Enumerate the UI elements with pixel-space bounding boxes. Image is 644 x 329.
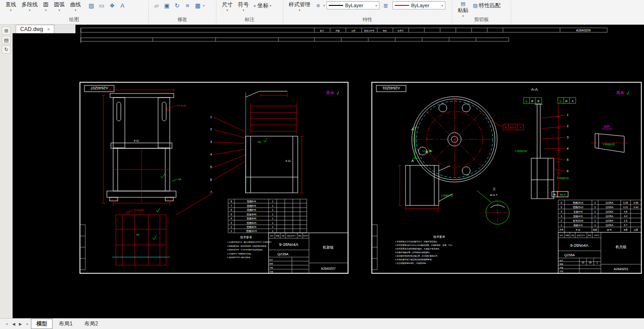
spline-button[interactable]: 曲线▾ (67, 0, 84, 12)
tab-layout1[interactable]: 布局1 (53, 319, 78, 329)
color-select[interactable]: ByLayer ▾ (393, 1, 446, 9)
table-cell: 垫圈8=5 (247, 209, 256, 212)
orbit-icon[interactable]: ↻ (2, 45, 11, 53)
view-label: B向 (604, 124, 610, 129)
hatch-icon[interactable]: ▨ (87, 1, 96, 10)
table-cell: 2 (594, 201, 595, 204)
table-header-cell: 总重 (634, 228, 639, 231)
table-cell: 5 (230, 213, 232, 216)
table-cell: 1 (272, 200, 273, 203)
coordinate-button[interactable]: + 坐标 ▾ (251, 0, 273, 11)
table-cell: 垫圈25x3 (573, 206, 583, 209)
table-cell: 标记 (320, 29, 325, 32)
panel-separator (511, 1, 511, 23)
linetype-select[interactable]: ByLayer ▾ (326, 1, 379, 9)
drawing-canvas[interactable]: 标记 处数 分区 更改文件号 签名 年月日 A2640Z09 A2640Z07 … (13, 25, 644, 318)
drawing-number: 9-26No4A (570, 243, 589, 248)
document-tab-title: CAD.dwg (20, 26, 43, 32)
datum-frame-value: Ø (565, 100, 568, 102)
table-header-cell: 名 称 (576, 229, 581, 231)
table-cell: Q235A (605, 206, 613, 209)
section-label: A-A (531, 87, 538, 92)
sign-row-label: 设计 (269, 258, 273, 261)
first-tab-icon[interactable]: « (4, 322, 10, 326)
sign-row-label: 校核 (559, 263, 563, 265)
table-cell: 5 (560, 206, 562, 209)
callout-number: 5 (210, 165, 212, 169)
close-icon[interactable]: × (47, 27, 50, 32)
tab-layout2[interactable]: 布局2 (79, 319, 104, 329)
callout-number: 3 (210, 140, 212, 143)
table-cell: 垫圈Φ25 (247, 226, 256, 229)
table-cell: 垫圈8=5 (247, 200, 256, 203)
edit-table-icon[interactable]: ▦ (193, 1, 203, 10)
block-icon[interactable]: ❖ (107, 1, 117, 10)
last-tab-icon[interactable]: » (24, 322, 31, 326)
dimension-button[interactable]: 尺寸▾ (219, 0, 235, 12)
lineweight-icon[interactable]: ≣ (381, 1, 391, 10)
table-cell: 2 (230, 226, 232, 228)
title-block-cell: 标记 (269, 235, 273, 237)
grid-icon[interactable]: ⊞ (2, 27, 11, 35)
match-properties-button[interactable]: ▨ 特性匹配 (471, 0, 502, 11)
table-cell: 0.21 (623, 206, 628, 209)
table-cell: 7 (230, 205, 232, 207)
table-cell: 1 (594, 224, 595, 227)
slot-dimension-label: 4-13x40 (176, 104, 186, 107)
tab-model[interactable]: 模型 (31, 319, 53, 329)
table-cell: 5.7 (624, 224, 627, 227)
paste-button[interactable]: ▤ 粘贴 ▾ (455, 0, 471, 18)
table-cell: 1 (272, 226, 273, 228)
chevron-down-icon: ▾ (75, 9, 76, 12)
copy-icon[interactable]: ▣ (162, 1, 172, 10)
next-tab-icon[interactable]: ▶ (17, 322, 24, 326)
chevron-down-icon[interactable]: ▾ (323, 4, 325, 7)
circle-button[interactable]: 圆▾ (40, 0, 51, 12)
datum-frame-letter: A (572, 100, 573, 102)
table-cell: 1 (594, 215, 595, 218)
slot-dimension-label: 4-12x20 (134, 209, 144, 211)
position-frame-symbol: ⊕ (553, 193, 556, 196)
chevron-down-icon[interactable]: ▾ (203, 4, 205, 7)
table-cell: 1 (594, 210, 595, 213)
table-header-cell: 数量 (593, 229, 598, 231)
document-tab[interactable]: CAD.dwg × (16, 25, 54, 33)
line-button[interactable]: 直线▾ (3, 0, 19, 12)
callout-number: 5 (567, 158, 569, 161)
modify-panel-label: 修改 (149, 16, 216, 23)
callout-number: 1 (567, 113, 569, 116)
polyline-button[interactable]: 多段线▾ (19, 0, 40, 12)
sheet-icon[interactable]: ▤ (2, 36, 11, 44)
part-name: 机架组 (322, 245, 334, 249)
text-icon[interactable]: A (118, 1, 127, 10)
arc-button[interactable]: 圆弧▾ (51, 0, 67, 12)
tech-req-line: 2.焊缝质量等级：焊后清除焊渣，检查焊缝外观质量。 (227, 245, 268, 247)
rotate-icon[interactable]: ↻ (172, 1, 182, 10)
title-block-cell: 年月日 (303, 235, 308, 237)
coordinate-icon: + (253, 3, 256, 9)
sheet-code: A2640Z09 (576, 29, 591, 32)
offset-icon[interactable]: ▱ (152, 1, 161, 10)
chevron-down-icon: ▾ (45, 9, 47, 12)
surface-check-icon: √ (626, 90, 630, 96)
ribbon-panel-clipboard: ▤ 粘贴 ▾ ▨ 特性匹配 剪切板 (452, 0, 511, 24)
chevron-down-icon: ▾ (299, 9, 300, 12)
ribbon-panel-properties: 样式管理▾ ≡ ▾ ByLayer ▾ ≣ ByLayer ▾ 特性 (283, 0, 452, 24)
weld-symbol: N2 (136, 233, 140, 236)
weld-mark: 8.11 (134, 139, 139, 142)
table-cell: 签名 (383, 30, 387, 32)
prev-tab-icon[interactable]: ◀ (10, 322, 17, 326)
properties-icon[interactable]: ≡ (313, 1, 323, 10)
weld-note: 3 30(60) N2 (515, 150, 527, 152)
table-header-cell: 单重 (624, 228, 628, 231)
layers-icon[interactable]: ≡ (183, 1, 192, 10)
style-manager-button[interactable]: 样式管理▾ (286, 0, 313, 12)
part-name: 机壳组 (615, 245, 626, 249)
table-cell: 1 (272, 209, 273, 211)
chevron-down-icon: ▾ (226, 9, 228, 12)
region-icon[interactable]: ▭ (97, 1, 106, 10)
datum-frame-symbol: ◎ (525, 100, 527, 102)
symbol-button[interactable]: 符号▾ (235, 0, 251, 12)
title-block-cell: 签名 (298, 235, 302, 237)
table-cell: 垫圈20=5 (246, 230, 256, 233)
